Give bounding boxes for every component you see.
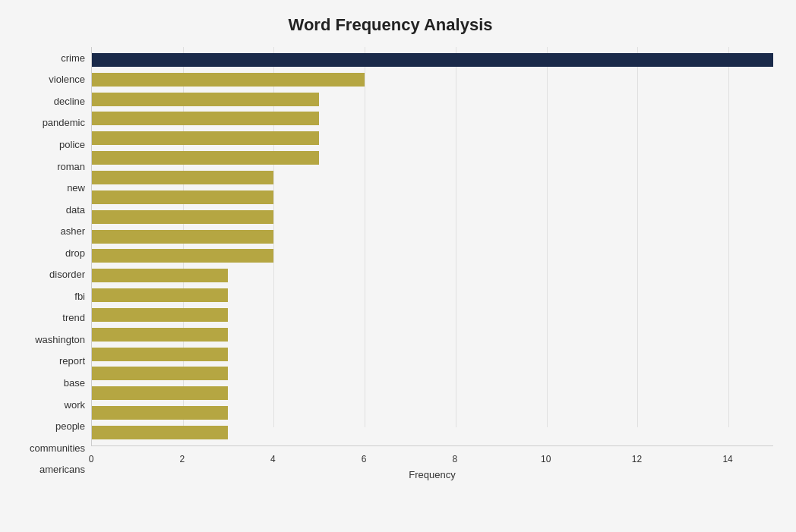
bar-row xyxy=(92,365,773,382)
bar xyxy=(92,112,319,125)
y-label: communities xyxy=(30,439,85,456)
bar-row xyxy=(92,52,773,68)
y-label: trend xyxy=(62,310,85,326)
bar-row xyxy=(92,150,773,166)
x-tick-label: 14 xyxy=(722,454,732,464)
bar xyxy=(92,190,273,204)
x-axis: 02468101214 xyxy=(91,446,773,464)
x-tick-label: 8 xyxy=(453,454,458,464)
bar-row xyxy=(92,405,773,421)
x-tick-label: 6 xyxy=(362,454,367,464)
y-label: police xyxy=(59,136,85,153)
bar xyxy=(92,426,228,439)
y-label: base xyxy=(64,374,85,391)
y-label: work xyxy=(65,396,85,413)
x-tick-label: 4 xyxy=(270,454,276,464)
y-label: fbi xyxy=(74,288,85,304)
bar xyxy=(92,151,319,165)
x-tick-label: 2 xyxy=(179,454,185,464)
bar xyxy=(92,249,273,263)
bar xyxy=(92,93,319,106)
bar-row xyxy=(92,307,773,323)
bars-area xyxy=(92,47,773,445)
chart-title: Word Frequency Analysis xyxy=(8,15,773,35)
y-label: report xyxy=(59,353,85,370)
bar xyxy=(92,386,228,400)
y-label: people xyxy=(55,418,85,435)
bar-row xyxy=(92,247,773,264)
bar-row xyxy=(92,287,773,304)
y-label: pandemic xyxy=(43,115,85,131)
y-label: drop xyxy=(65,244,85,261)
bar-row xyxy=(92,424,773,441)
bar-row xyxy=(92,189,773,206)
x-axis-label: Frequency xyxy=(91,469,773,480)
bar-row xyxy=(92,209,773,225)
bar-row xyxy=(92,110,773,127)
x-tick-label: 0 xyxy=(89,454,94,464)
bar xyxy=(92,328,228,342)
y-label: new xyxy=(67,180,85,197)
y-label: disorder xyxy=(49,266,85,283)
y-axis: crimeviolencedeclinepandemicpoliceromann… xyxy=(8,47,91,480)
bar xyxy=(92,73,365,87)
bar xyxy=(92,171,273,184)
bar xyxy=(92,308,228,322)
x-tick-label: 10 xyxy=(541,454,551,464)
x-tick-label: 12 xyxy=(632,454,642,464)
y-label: data xyxy=(66,201,85,218)
bar xyxy=(92,131,319,145)
bar xyxy=(92,367,228,380)
bar-row xyxy=(92,267,773,284)
bar-row xyxy=(92,130,773,146)
bar-row xyxy=(92,385,773,401)
bar-row xyxy=(92,91,773,108)
bar xyxy=(92,288,228,302)
y-label: asher xyxy=(60,223,85,240)
bar xyxy=(92,210,273,224)
bar xyxy=(92,230,273,244)
bar-row xyxy=(92,71,773,88)
bar-row xyxy=(92,326,773,343)
y-label: violence xyxy=(49,71,85,88)
bar-row xyxy=(92,346,773,363)
bar-row xyxy=(92,169,773,186)
bar xyxy=(92,53,773,67)
plot-area xyxy=(91,47,773,446)
chart-area: crimeviolencedeclinepandemicpoliceromann… xyxy=(8,47,773,480)
y-label: americans xyxy=(39,461,85,478)
y-label: roman xyxy=(57,158,85,175)
bar xyxy=(92,269,228,282)
bar xyxy=(92,406,228,420)
y-label: washington xyxy=(35,331,85,348)
chart-container: Word Frequency Analysis crimeviolencedec… xyxy=(0,0,796,532)
y-label: crime xyxy=(61,49,85,66)
bar-row xyxy=(92,228,773,245)
bar xyxy=(92,348,228,361)
y-label: decline xyxy=(54,93,85,109)
